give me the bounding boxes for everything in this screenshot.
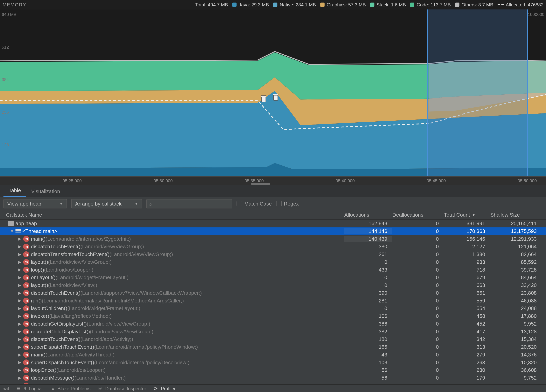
table-row[interactable]: ▶mdispatchTouchEvent() (Landroid/app/Act… [0, 335, 546, 343]
table-row[interactable]: app heap162,8480381,99125,165,411 [0, 220, 546, 227]
expand-icon[interactable]: ▶ [17, 337, 22, 341]
cell-deallocations: 0 [392, 259, 444, 265]
tool-tab[interactable]: ⛁Database Inspector [98, 386, 146, 391]
col-callstack[interactable]: Callstack Name [0, 212, 344, 218]
cell-allocations: 180 [344, 336, 392, 342]
memory-chart[interactable]: 640 MB 512 384 256 128 1000000 05:25.000… [0, 10, 546, 185]
cell-deallocations: 0 [392, 251, 444, 257]
expand-icon[interactable]: ▶ [17, 260, 22, 264]
row-location: (Landroid/view/ViewGroup;) [110, 251, 173, 257]
col-total-count[interactable]: Total Count▼ [444, 212, 490, 218]
filter-search-input[interactable] [154, 201, 229, 207]
table-row[interactable]: ▶mloop() (Landroid/os/Looper;)433071839,… [0, 266, 546, 274]
cell-allocations: 0 [344, 259, 392, 265]
expand-icon[interactable]: ▶ [17, 314, 22, 318]
method-icon: m [23, 236, 29, 242]
tool-tab[interactable]: ⟳Profiler [154, 386, 176, 391]
chevron-down-icon: ▼ [134, 202, 138, 206]
cell-shallow: 39,728 [490, 267, 542, 273]
cell-allocations: 261 [344, 251, 392, 257]
expand-icon[interactable]: ▶ [17, 275, 22, 280]
table-row[interactable]: ▶monLayout() (Landroid/widget/RelativeLa… [0, 382, 546, 384]
expand-icon[interactable]: ▶ [17, 345, 22, 349]
expand-icon[interactable]: ▶ [17, 283, 22, 287]
table-row[interactable]: ▶mlayoutChildren() (Landroid/widget/Fram… [0, 305, 546, 312]
method-icon: m [23, 274, 29, 280]
expand-icon[interactable]: ▶ [17, 306, 22, 311]
tab-table[interactable]: Table [4, 185, 26, 197]
legend-others: Others: 8.7 MB [455, 2, 493, 7]
callstack-table[interactable]: app heap162,8480381,99125,165,411▼<Threa… [0, 220, 546, 384]
expand-icon[interactable]: ▶ [17, 291, 22, 295]
cell-deallocations: 0 [392, 290, 444, 296]
table-row[interactable]: ▶mmain() (Landroid/app/ActivityThread;)4… [0, 351, 546, 359]
table-row[interactable]: ▶mloopOnce() (Landroid/os/Looper;)560230… [0, 366, 546, 374]
heap-selector[interactable]: View app heap▼ [4, 199, 67, 208]
col-shallow-size[interactable]: Shallow Size [490, 212, 542, 218]
table-row[interactable]: ▶mmain() (Lcom/android/internal/os/Zygot… [0, 235, 546, 243]
tab-visualization[interactable]: Visualization [26, 186, 65, 197]
cell-deallocations: 0 [392, 221, 444, 227]
cell-deallocations: 0 [392, 336, 444, 342]
time-selection[interactable] [427, 10, 528, 176]
table-row[interactable]: ▶mdispatchGetDisplayList() (Landroid/vie… [0, 320, 546, 328]
method-icon: m [23, 352, 29, 358]
cell-deallocations: 0 [392, 236, 444, 242]
table-row[interactable]: ▶mlayout() (Landroid/view/View;)0066333,… [0, 281, 546, 289]
method-icon: m [23, 359, 29, 365]
expand-icon[interactable]: ▶ [17, 353, 22, 357]
expand-icon[interactable]: ▶ [17, 376, 22, 380]
tool-tab[interactable]: ▲Blaze Problems [51, 386, 91, 391]
cell-allocations: 382 [344, 329, 392, 335]
svg-rect-1 [261, 95, 266, 97]
cell-total: 2,127 [444, 244, 490, 250]
regex-checkbox[interactable]: Regex [276, 201, 299, 207]
table-row[interactable]: ▶mrun() (Lcom/android/internal/os/Runtim… [0, 297, 546, 305]
method-icon: m [23, 344, 29, 350]
cell-deallocations: 0 [392, 274, 444, 280]
row-location: (Lcom/android/internal/policy/PhoneWindo… [94, 344, 198, 350]
expand-icon[interactable]: ▶ [17, 329, 22, 334]
cell-shallow: 17,880 [490, 313, 542, 319]
row-name: layoutChildren() [31, 305, 67, 311]
table-row[interactable]: ▶minvoke() (Ljava/lang/reflect/Method;)1… [0, 312, 546, 320]
time-axis[interactable]: 05:25.000 05:30.000 05:35.000 05:40.000 … [0, 176, 546, 185]
expand-icon[interactable]: ▶ [17, 252, 22, 256]
table-row[interactable]: ▶mdispatchTouchEvent() (Landroid/support… [0, 289, 546, 297]
expand-icon[interactable]: ▶ [17, 368, 22, 372]
table-row[interactable]: ▶msuperDispatchTouchEvent() (Lcom/androi… [0, 343, 546, 351]
thread-icon [15, 229, 20, 233]
filter-search[interactable]: ⌕ [146, 199, 232, 208]
table-row[interactable]: ▶mdispatchTouchEvent() (Landroid/view/Vi… [0, 243, 546, 251]
method-icon: m [23, 367, 29, 373]
table-row[interactable]: ▶msuperDispatchTouchEvent() (Lcom/androi… [0, 359, 546, 366]
col-allocations[interactable]: Allocations [344, 212, 392, 218]
expand-icon[interactable]: ▶ [17, 298, 22, 303]
expand-icon[interactable]: ▶ [17, 360, 22, 365]
log-icon: ≣ [17, 386, 22, 391]
legend-java: Java: 29.3 MB [232, 2, 269, 7]
ytick-128: 128 [2, 142, 9, 147]
table-row[interactable]: ▶mlayout() (Landroid/view/ViewGroup;)009… [0, 258, 546, 266]
expand-icon[interactable]: ▶ [17, 237, 22, 241]
cell-shallow: 82,664 [490, 251, 542, 257]
cell-total: 933 [444, 259, 490, 265]
table-row[interactable]: ▶mdispatchMessage() (Landroid/os/Handler… [0, 374, 546, 382]
table-row[interactable]: ▶monLayout() (Landroid/widget/FrameLayou… [0, 274, 546, 281]
timeline-scrubber[interactable] [251, 183, 270, 185]
tool-tab[interactable]: ≣6: Logcat [17, 386, 43, 391]
expand-icon[interactable]: ▶ [17, 268, 22, 272]
arrange-selector[interactable]: Arrange by callstack▼ [71, 199, 142, 208]
expand-icon[interactable]: ▼ [10, 229, 15, 233]
row-name: dispatchTransformedTouchEvent() [31, 251, 110, 257]
expand-icon[interactable]: ▶ [17, 322, 22, 326]
table-row[interactable]: ▶mrecreateChildDisplayList() (Landroid/v… [0, 328, 546, 335]
expand-icon[interactable]: ▶ [17, 245, 22, 249]
tool-tab[interactable]: nal [2, 386, 9, 391]
table-row[interactable]: ▼<Thread main>144,1460170,36313,175,593 [0, 227, 546, 235]
match-case-checkbox[interactable]: Match Case [237, 201, 272, 207]
ytick-256: 256 [2, 110, 9, 114]
col-deallocations[interactable]: Deallocations [392, 212, 444, 218]
cell-shallow: 10,320 [490, 359, 542, 365]
table-row[interactable]: ▶mdispatchTransformedTouchEvent() (Landr… [0, 250, 546, 258]
